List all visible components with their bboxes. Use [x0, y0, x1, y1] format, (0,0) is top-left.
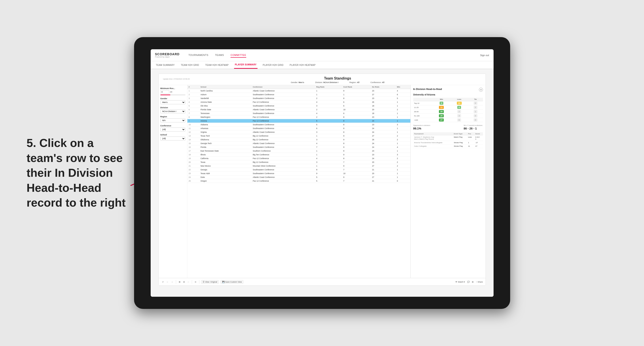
cell-conf-rank: 10 [342, 108, 371, 112]
cell-win: 6 [396, 93, 410, 97]
cell-rnds: 27 [371, 175, 396, 179]
toolbar-more-btn[interactable]: ··· [187, 280, 190, 284]
tournament-score: 17 [474, 145, 483, 148]
cell-win: 2 [396, 157, 410, 161]
table-row[interactable]: 15 Georgia Tech Atlantic Coast Conferenc… [188, 142, 410, 145]
sub-nav-team-h2h-heatmap[interactable]: TEAM H2H HEATMAP [204, 61, 230, 69]
table-row[interactable]: 22 Georgia Southeastern Conference 8 7 2… [188, 168, 410, 172]
table-row[interactable]: 20 Texas Big 12 Conference 3 7 20 2 [188, 161, 410, 164]
toolbar-comment-btn[interactable]: 💬 [467, 281, 470, 283]
h2h-close-button[interactable]: ✕ [479, 88, 483, 92]
toolbar-view-original-btn[interactable]: ☰ View: Original [201, 280, 219, 284]
table-row[interactable]: 3 Vanderbilt Southeastern Conference 2 8… [188, 97, 410, 100]
nav-committee[interactable]: COMMITTEE [230, 53, 246, 58]
toolbar-copy-btn[interactable]: ⊞ [178, 280, 182, 284]
nav-teams[interactable]: TEAMS [215, 53, 224, 58]
table-row[interactable]: 24 Duke Atlantic Coast Conference 5 9 27… [188, 175, 410, 179]
tournament-row[interactable]: Arizona Thunderbirds Intercollegiate Str… [413, 141, 483, 145]
filter-section-conference: Conference (All) [160, 125, 186, 132]
cell-win: 3 [396, 123, 410, 127]
cell-school: North Carolina [199, 89, 251, 93]
cell-conference: Atlantic Coast Conference [251, 130, 315, 134]
filter-conference-select[interactable]: (All) [160, 128, 186, 132]
cell-conference: Southeastern Conference [251, 172, 315, 175]
filter-region-select[interactable]: N/A [160, 118, 186, 122]
tournament-col-score: Score [474, 132, 483, 136]
tournament-score: -17 [474, 141, 483, 145]
cell-rnds: 20 [371, 172, 396, 175]
table-row[interactable]: 14 Oklahoma Big 12 Conference 3 9 26 2 [188, 138, 410, 142]
cell-win: 3 [396, 153, 410, 157]
toolbar-watch-btn[interactable]: 👁 Watch ▾ [455, 281, 465, 283]
filter-division-select[interactable]: NCAA Division I [160, 109, 186, 113]
cell-reg-rank: 1 [315, 134, 342, 138]
table-row[interactable]: 11 Arkansas Southeastern Conference 6 8 … [188, 127, 410, 130]
table-row[interactable]: 12 Virginia Atlantic Coast Conference 3 … [188, 130, 410, 134]
sub-nav-team-summary[interactable]: TEAM SUMMARY [155, 61, 176, 69]
h2h-tie-2650: 1 [468, 110, 483, 114]
cell-win: 1 [396, 112, 410, 115]
filter-label-conference: Conference [160, 125, 186, 127]
toolbar-save-custom-btn[interactable]: 💾 Save Custom View [220, 280, 243, 284]
cell-reg-rank: 5 [315, 123, 342, 127]
h2h-win-100plus: 27 [432, 118, 450, 122]
table-row[interactable]: 2 Auburn Southeastern Conference 1 1 27 … [188, 93, 410, 97]
toolbar-share-btn[interactable]: ↑ Share [476, 281, 483, 283]
tournament-name: Jackson T. Stephens CupMen's Match-Play … [413, 136, 453, 141]
toolbar-paste-btn[interactable]: ⊟ [182, 280, 186, 284]
sign-out-link[interactable]: Sign out [480, 54, 489, 57]
h2h-col-range [413, 98, 433, 101]
table-row[interactable]: 16 Florida Southeastern Conference 7 9 2… [188, 145, 410, 149]
cell-conference: Pac-12 Conference [251, 119, 315, 123]
cell-conference: Pac-12 Conference [251, 157, 315, 161]
sub-nav-player-h2h-heatmap[interactable]: PLAYER H2H HEATMAP [289, 61, 316, 69]
tournament-row[interactable]: Cabo Collegiate Stroke Play 11 17 [413, 145, 483, 148]
cell-reg-rank: 4 [315, 142, 342, 145]
cell-rank: 14 [188, 138, 199, 142]
table-row[interactable]: 21 New Mexico Mountain West Conference 1… [188, 164, 410, 168]
cell-win: 1 [396, 115, 410, 119]
filter-region-value: All [357, 81, 360, 84]
table-row[interactable]: 10 Alabama Southeastern Conference 5 8 2… [188, 123, 410, 127]
toolbar-undo-btn[interactable]: ↩ [161, 280, 165, 284]
h2h-range-2650: 26-50 [413, 110, 433, 114]
cell-rnds: 18 [371, 112, 396, 115]
slider-track[interactable] [160, 95, 186, 95]
tournament-event-type: Match Play [453, 136, 467, 141]
cell-school: Auburn [199, 93, 251, 97]
table-row[interactable]: 8 Washington Pac-12 Conference 2 8 23 1 [188, 115, 410, 119]
filter-min-rounds-input[interactable] [160, 90, 169, 94]
toolbar-grid-btn[interactable]: ⊞ [472, 281, 474, 283]
sub-nav-team-h2h-grid[interactable]: TEAM H2H GRID [180, 61, 200, 69]
sub-nav-player-h2h-grid[interactable]: PLAYER H2H GRID [262, 61, 284, 69]
table-row[interactable]: 25 Oregon Pac-12 Conference 5 7 21 0 [188, 179, 410, 183]
table-row[interactable]: 5 Ole Miss Southeastern Conference 3 6 1… [188, 104, 410, 108]
tournament-row[interactable]: Jackson T. Stephens CupMen's Match-Play … [413, 136, 483, 141]
logo-title: SCOREBOARD [155, 52, 180, 56]
cell-conference: Pac-12 Conference [251, 115, 315, 119]
cell-rank: 8 [188, 115, 199, 119]
filter-school-select[interactable]: (All) [160, 137, 186, 141]
nav-tournaments[interactable]: TOURNAMENTS [188, 53, 208, 58]
table-row[interactable]: 23 Texas A&M Southeastern Conference 9 1… [188, 172, 410, 175]
table-row[interactable]: 19 California Pac-12 Conference 4 8 24 2 [188, 157, 410, 161]
table-row[interactable]: 1 North Carolina Atlantic Coast Conferen… [188, 89, 410, 93]
table-row[interactable]: 13 Texas Tech Big 12 Conference 1 9 27 2 [188, 134, 410, 138]
filter-section-region: Region N/A [160, 116, 186, 122]
toolbar-back-btn[interactable]: ← [166, 280, 170, 284]
toolbar-clock-btn[interactable]: ⊙ [194, 280, 197, 284]
toolbar-forward-btn[interactable]: → [170, 280, 174, 284]
table-row[interactable]: 9 Arizona Pac-12 Conference 5 8 24 1 [188, 119, 410, 123]
cell-rnds: 24 [371, 119, 396, 123]
table-row[interactable]: 6 Florida State Atlantic Coast Conferenc… [188, 108, 410, 112]
table-row[interactable]: 7 Tennessee Southeastern Conference 4 6 … [188, 112, 410, 115]
cell-school: Virginia [199, 130, 251, 134]
cell-school: Texas Tech [199, 134, 251, 138]
filter-gender-select[interactable]: Men's [160, 100, 186, 104]
sub-nav-player-summary[interactable]: PLAYER SUMMARY [234, 61, 258, 69]
cell-conf-rank: 7 [342, 168, 371, 172]
cell-rank: 25 [188, 179, 199, 183]
table-row[interactable]: 17 East Tennessee State Southern Confere… [188, 149, 410, 153]
table-row[interactable]: 4 Arizona State Pac-12 Conference 4 6 26… [188, 100, 410, 104]
table-row[interactable]: 18 Illinois Big Ten Conference 1 9 23 3 [188, 153, 410, 157]
